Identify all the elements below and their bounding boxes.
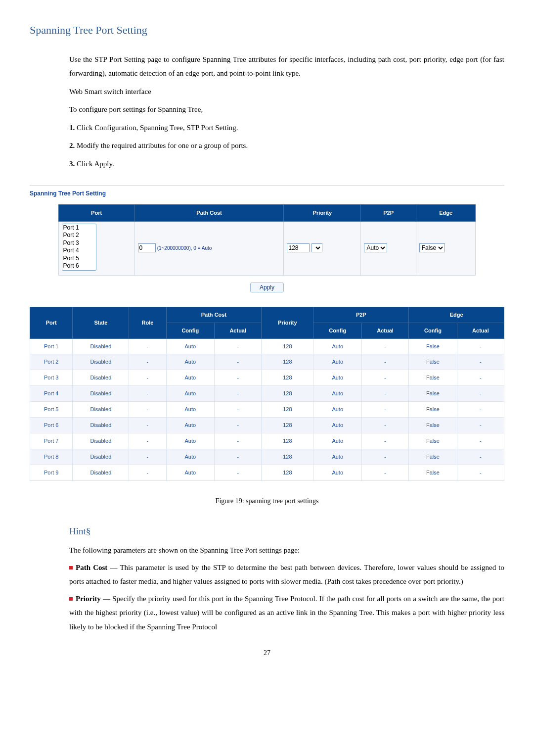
table-cell-role: -	[129, 433, 166, 449]
table-cell-p2p_cfg: Auto	[313, 449, 362, 465]
apply-button[interactable]: Apply	[250, 283, 284, 292]
table-cell-edge_act: -	[457, 433, 504, 449]
table-cell-edge_cfg: False	[409, 402, 457, 418]
step-3: 3. Click Apply.	[69, 157, 504, 171]
table-cell-p2p_act: -	[362, 402, 409, 418]
dt-header-state: State	[73, 307, 129, 338]
table-row: Port 9Disabled-Auto-128Auto-False-	[30, 465, 504, 480]
port-option-6[interactable]: Port 6	[62, 262, 96, 270]
table-cell-edge_act: -	[457, 386, 504, 402]
pathcost-cell: (1~200000000), 0 = Auto	[134, 221, 284, 275]
step-1-num: 1.	[69, 124, 75, 132]
step-1: 1. Click Configuration, Spanning Tree, S…	[69, 121, 504, 135]
page-number: 27	[30, 647, 504, 660]
table-cell-port: Port 7	[30, 433, 73, 449]
priority-input[interactable]	[287, 243, 310, 252]
p2p-select[interactable]: Auto	[364, 243, 387, 252]
priority-dropdown[interactable]	[312, 243, 322, 252]
table-cell-pc_cfg: Auto	[166, 370, 215, 386]
hint-heading: Hint§	[69, 522, 504, 540]
dt-sub-pc-actual: Actual	[215, 323, 262, 338]
port-option-1[interactable]: Port 1	[62, 224, 96, 232]
table-cell-edge_cfg: False	[409, 370, 457, 386]
port-list-select[interactable]: Port 1 Port 2 Port 3 Port 4 Port 5 Port …	[62, 224, 96, 271]
pathcost-range-hint: (1~200000000), 0 = Auto	[157, 245, 212, 251]
table-cell-port: Port 6	[30, 418, 73, 433]
pathcost-input[interactable]	[138, 243, 156, 252]
dt-header-pathcost: Path Cost	[166, 307, 262, 323]
table-cell-p2p_cfg: Auto	[313, 338, 362, 354]
port-option-3[interactable]: Port 3	[62, 239, 96, 247]
table-cell-pc_act: -	[215, 338, 262, 354]
table-cell-priority: 128	[262, 465, 313, 480]
table-cell-edge_cfg: False	[409, 449, 457, 465]
table-cell-edge_cfg: False	[409, 433, 457, 449]
step-2-text: Modify the required attributes for one o…	[75, 142, 248, 149]
table-cell-pc_act: -	[215, 449, 262, 465]
table-cell-state: Disabled	[73, 418, 129, 433]
table-cell-priority: 128	[262, 418, 313, 433]
hint-pathcost-text: — This parameter is used by the STP to d…	[69, 564, 504, 586]
table-cell-role: -	[129, 338, 166, 354]
panel-legend: Spanning Tree Port Setting	[30, 186, 504, 199]
port-option-4[interactable]: Port 4	[62, 247, 96, 254]
table-cell-pc_act: -	[215, 433, 262, 449]
cfg-header-port: Port	[58, 205, 134, 222]
step-3-text: Click Apply.	[75, 160, 114, 168]
table-cell-priority: 128	[262, 402, 313, 418]
dt-header-edge: Edge	[409, 307, 504, 323]
hint-priority-label: Priority	[76, 595, 101, 603]
port-option-5[interactable]: Port 5	[62, 255, 96, 262]
table-cell-edge_cfg: False	[409, 418, 457, 433]
cfg-header-priority: Priority	[284, 205, 361, 222]
dt-sub-pc-config: Config	[166, 323, 215, 338]
table-cell-edge_cfg: False	[409, 386, 457, 402]
status-table: Port State Role Path Cost Priority P2P E…	[30, 307, 504, 481]
step-1-text: Click Configuration, Spanning Tree, STP …	[75, 124, 238, 132]
hint-pathcost-label: Path Cost	[76, 564, 107, 571]
table-cell-edge_act: -	[457, 370, 504, 386]
table-cell-p2p_act: -	[362, 354, 409, 370]
table-cell-pc_act: -	[215, 402, 262, 418]
dt-header-port: Port	[30, 307, 73, 338]
table-row: Port 5Disabled-Auto-128Auto-False-	[30, 402, 504, 418]
table-cell-state: Disabled	[73, 338, 129, 354]
dt-sub-edge-config: Config	[409, 323, 457, 338]
bullet-icon	[69, 566, 73, 569]
table-cell-state: Disabled	[73, 354, 129, 370]
table-row: Port 6Disabled-Auto-128Auto-False-	[30, 418, 504, 433]
table-cell-priority: 128	[262, 370, 313, 386]
table-cell-state: Disabled	[73, 449, 129, 465]
table-cell-pc_act: -	[215, 418, 262, 433]
table-cell-edge_act: -	[457, 418, 504, 433]
table-cell-pc_cfg: Auto	[166, 449, 215, 465]
table-cell-p2p_cfg: Auto	[313, 433, 362, 449]
table-cell-priority: 128	[262, 354, 313, 370]
table-cell-pc_cfg: Auto	[166, 402, 215, 418]
table-cell-pc_cfg: Auto	[166, 433, 215, 449]
table-cell-edge_act: -	[457, 402, 504, 418]
table-cell-port: Port 3	[30, 370, 73, 386]
port-option-2[interactable]: Port 2	[62, 232, 96, 239]
port-select-cell: Port 1 Port 2 Port 3 Port 4 Port 5 Port …	[58, 221, 134, 275]
step-2-num: 2.	[69, 142, 75, 149]
step-3-num: 3.	[69, 160, 75, 168]
table-cell-state: Disabled	[73, 370, 129, 386]
table-cell-p2p_cfg: Auto	[313, 418, 362, 433]
table-cell-pc_act: -	[215, 465, 262, 480]
hint-priority-text: — Specify the priority used for this por…	[69, 595, 504, 631]
p2p-cell: Auto	[361, 221, 416, 275]
table-cell-pc_cfg: Auto	[166, 465, 215, 480]
dt-header-role: Role	[129, 307, 166, 338]
page-title: Spanning Tree Port Setting	[30, 20, 504, 41]
table-cell-edge_cfg: False	[409, 354, 457, 370]
edge-select[interactable]: False	[419, 243, 445, 252]
table-row: Port 4Disabled-Auto-128Auto-False-	[30, 386, 504, 402]
cfg-header-pathcost: Path Cost	[134, 205, 284, 222]
table-cell-role: -	[129, 402, 166, 418]
table-cell-pc_act: -	[215, 354, 262, 370]
table-cell-edge_act: -	[457, 465, 504, 480]
table-cell-pc_cfg: Auto	[166, 386, 215, 402]
table-cell-priority: 128	[262, 386, 313, 402]
hint-intro: The following parameters are shown on th…	[69, 543, 504, 558]
